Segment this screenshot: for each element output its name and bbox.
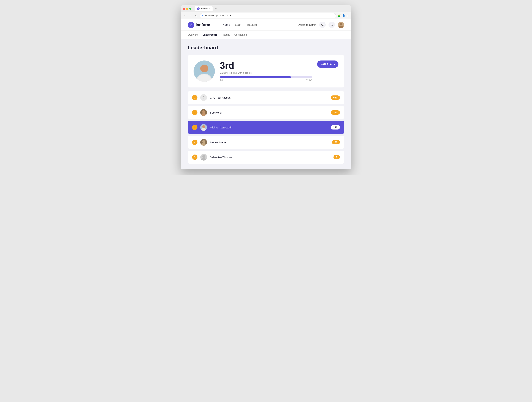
browser-window: i Innform ✕ + ← → ↻ G Search Google or t… [181,5,351,169]
search-button[interactable] [319,22,326,28]
progress-labels: 240 71 left [220,79,312,82]
leaderboard-item-5: 5 Sebastian Thomas 0 [188,151,344,164]
subnav-overview[interactable]: Overview [188,33,198,36]
subnav-results[interactable]: Results [222,33,230,36]
logo-text: innform [196,23,210,27]
earn-text: Earn more points with a course [220,72,312,74]
rank-badge-1: 1 [192,95,197,100]
traffic-lights [183,8,191,10]
nav-links: Home Learn Explore [222,23,257,26]
subnav-certificates[interactable]: Certificates [234,33,247,36]
rank-badge-4: 4 [192,140,197,145]
sub-nav: Overview Leaderboard Results Certificate… [181,31,351,39]
close-button[interactable] [183,8,185,10]
lb-score-2: 311 [331,110,340,115]
lb-name-5: Sebastian Thomas [210,156,331,159]
notifications-button[interactable] [329,22,335,28]
logo-area: innform [188,22,210,28]
profile-icon[interactable]: 👤 [342,14,345,17]
address-bar[interactable]: G Search Google or type a URL [200,13,336,18]
lb-score-1: 630 [331,95,340,100]
refresh-button[interactable]: ↻ [194,14,198,17]
rank-badge-5: 5 [192,155,197,160]
browser-tab[interactable]: i Innform ✕ [195,6,213,11]
nav-explore[interactable]: Explore [247,23,257,26]
leaderboard-item-2: 2 Seb Hefel 311 [188,106,344,119]
tab-title: Innform [201,7,208,10]
address-bar-text: Search Google or type a URL [205,14,233,17]
back-button[interactable]: ← [183,14,187,17]
avatar-2 [200,109,207,116]
points-value: 240 [321,62,326,66]
svg-point-4 [340,23,342,25]
svg-point-0 [321,24,323,25]
nav-right: Switch to admin [298,22,344,28]
lb-name-1: CPD Test Account [210,96,328,99]
user-photo [194,61,215,82]
rank-badge-2: 2 [192,110,197,115]
svg-point-7 [201,65,208,72]
rank-card: 3rd Earn more points with a course 240 7… [188,55,344,87]
subnav-leaderboard[interactable]: Leaderboard [203,33,217,36]
svg-point-13 [202,140,205,143]
svg-line-1 [323,25,324,26]
browser-actions: 🧩 👤 ⋮ [338,14,349,17]
new-tab-button[interactable]: + [215,7,217,10]
nav-learn[interactable]: Learn [235,23,242,26]
tab-favicon: i [197,7,200,10]
points-badge: 240 Points [317,61,338,68]
minimize-button[interactable] [186,8,188,10]
rank-info: 3rd Earn more points with a course 240 7… [220,61,312,82]
progress-end: 71 left [306,79,312,82]
svg-point-15 [202,155,205,158]
leaderboard-list: 1 C CPD Test Account 630 2 Se [188,91,344,164]
avatar-5 [200,154,207,161]
svg-point-9 [202,110,205,113]
progress-bar-container: 240 71 left [220,76,312,82]
user-avatar[interactable] [338,22,344,28]
tab-close-button[interactable]: ✕ [209,8,210,10]
rank-number: 3rd [220,61,312,70]
progress-start: 240 [220,79,223,82]
points-label: Points [327,63,335,66]
menu-icon[interactable]: ⋮ [347,14,349,17]
leaderboard-item-4: 4 Bettina Steger 30 [188,136,344,149]
main-content: Leaderboard 3rd Earn mor [181,39,351,169]
avatar-1: C [200,94,207,101]
page-content: innform Home Learn Explore Switch to adm… [181,19,351,169]
logo-icon [188,22,194,28]
google-icon: G [202,15,204,17]
leaderboard-item-3: 3 Michael Azzopardi 240 [188,121,344,134]
switch-to-admin-button[interactable]: Switch to admin [298,23,317,26]
lb-score-5: 0 [334,155,340,159]
page-title: Leaderboard [188,45,344,50]
forward-button[interactable]: → [189,14,192,17]
leaderboard-item-1: 1 C CPD Test Account 630 [188,91,344,104]
avatar-4 [200,139,207,146]
svg-point-2 [331,26,332,26]
lb-score-3: 240 [331,125,340,130]
progress-fill [220,76,291,78]
browser-addressbar: ← → ↻ G Search Google or type a URL 🧩 👤 … [181,12,351,19]
lb-name-4: Bettina Steger [210,141,329,144]
extensions-icon[interactable]: 🧩 [338,14,341,17]
maximize-button[interactable] [189,8,191,10]
lb-score-4: 30 [332,140,340,144]
lb-name-3: Michael Azzopardi [210,126,328,129]
nav-home[interactable]: Home [222,23,230,26]
browser-titlebar: i Innform ✕ + [181,5,351,12]
top-nav: innform Home Learn Explore Switch to adm… [181,19,351,31]
rank-badge-3: 3 [192,125,197,130]
avatar-3 [200,124,207,131]
progress-track [220,76,312,78]
svg-point-11 [202,125,205,128]
lb-name-2: Seb Hefel [210,111,328,114]
